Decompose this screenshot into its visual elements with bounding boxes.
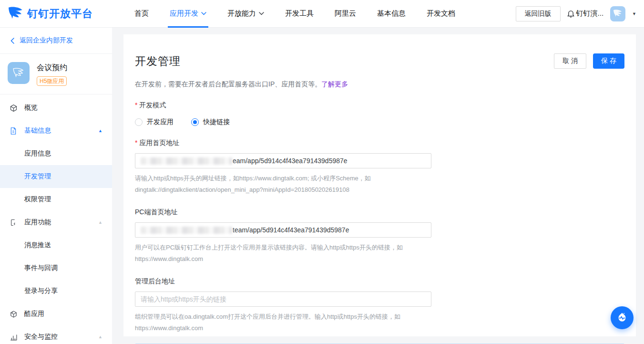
app-home-input[interactable]: eam/app/5d914c4f43ea791439d5987e	[135, 153, 431, 168]
collapse-caret-icon[interactable]: ▲	[98, 220, 102, 225]
admin-home-input[interactable]	[135, 292, 431, 307]
page-description: 在开发前，需要在开发者后台配置服务器出口IP、应用首页等。了解更多	[135, 80, 624, 89]
card-header: 开发管理 取 消 保 存	[135, 53, 624, 69]
brand-logo[interactable]: 钉钉开放平台	[8, 7, 128, 21]
org-name: 钉钉演...	[576, 9, 604, 18]
app-home-help: 请输入http或https开头的网址链接，如https://www.dingta…	[135, 173, 624, 196]
chevron-left-icon	[10, 38, 14, 44]
redacted-url-segment	[141, 227, 232, 234]
sidebar-item-app-features[interactable]: 应用功能 ▲	[0, 211, 112, 234]
assistant-float-button[interactable]	[611, 306, 634, 329]
brand-name: 钉钉开放平台	[27, 7, 93, 21]
side-menu: 概览 基础信息 ▲ 应用信息 开发管理 权限管理	[0, 94, 112, 344]
chevron-down-icon	[259, 12, 264, 15]
assistant-pulse-icon	[615, 311, 629, 324]
sidebar-item-overview[interactable]: 概览	[0, 96, 112, 119]
dingtalk-wing-icon	[8, 7, 24, 21]
account-menu-caret[interactable]: ▼	[632, 11, 636, 16]
radio-circle-icon	[191, 118, 199, 126]
cube-icon	[10, 104, 18, 112]
app-type-badge: H5微应用	[37, 76, 67, 86]
save-button[interactable]: 保 存	[593, 53, 624, 69]
back-to-old-version-button[interactable]: 返回旧版	[516, 6, 561, 21]
app-name: 会议预约	[37, 63, 67, 73]
radio-quick-link[interactable]: 快捷链接	[191, 118, 230, 126]
app-meta: 会议预约 H5微应用	[37, 62, 67, 86]
redacted-url-segment	[141, 157, 232, 165]
collapse-caret-icon[interactable]: ▲	[98, 334, 102, 339]
sidebar: 返回企业内部开发 会议预约 H5微应用 概览	[0, 28, 112, 344]
dev-mode-radio-group: 开发应用 快捷链接	[135, 118, 624, 126]
page-body: 返回企业内部开发 会议预约 H5微应用 概览	[0, 28, 644, 344]
radio-circle-icon	[135, 118, 143, 126]
admin-home-help: 组织管理员可以在oa.dingtalk.com打开这个应用后台并进行管理。输入h…	[135, 311, 624, 334]
sidebar-item-permission-management[interactable]: 权限管理	[0, 188, 112, 211]
sidebar-item-basic-info[interactable]: 基础信息 ▲	[0, 119, 112, 142]
nav-home[interactable]: 首页	[134, 0, 149, 28]
nav-basic-info[interactable]: 基本信息	[377, 0, 406, 28]
pc-home-value: team/app/5d914c4f43ea791439d5987e	[233, 226, 349, 234]
sidebar-item-login-share[interactable]: 登录与分享	[0, 280, 112, 302]
collapse-caret-icon[interactable]: ▲	[98, 128, 102, 133]
radio-develop-app[interactable]: 开发应用	[135, 118, 174, 126]
sidebar-item-security-monitoring[interactable]: 安全与监控 ▲	[0, 325, 112, 344]
bell-icon	[567, 10, 574, 18]
pc-home-help: 用户可以在PC版钉钉工作台上打开这个应用并显示该链接内容。请输入http或htt…	[135, 242, 624, 265]
cancel-button[interactable]: 取 消	[554, 53, 586, 69]
pc-home-label: PC端首页地址	[135, 208, 624, 217]
app-home-value: eam/app/5d914c4f43ea791439d5987e	[233, 157, 348, 165]
nav-app-dev[interactable]: 应用开发	[170, 0, 206, 28]
nav-dev-docs[interactable]: 开发文档	[427, 0, 455, 28]
nav-dev-tools[interactable]: 开发工具	[285, 0, 314, 28]
sidebar-item-message-push[interactable]: 消息推送	[0, 234, 112, 257]
top-bar: 钉钉开放平台 首页 应用开发 开放能力 开发工具 阿里云 基本信息 开发文档 返…	[0, 0, 644, 28]
admin-home-label: 管理后台地址	[135, 277, 624, 286]
avatar[interactable]	[610, 6, 625, 21]
back-to-internal-dev-link[interactable]: 返回企业内部开发	[0, 28, 112, 54]
top-nav: 首页 应用开发 开放能力 开发工具 阿里云 基本信息 开发文档	[134, 0, 455, 28]
sidebar-item-app-info[interactable]: 应用信息	[0, 142, 112, 165]
chevron-down-icon	[201, 12, 206, 15]
org-switcher[interactable]: 钉钉演...	[567, 9, 604, 18]
app-icon	[8, 62, 30, 84]
pc-home-input[interactable]: team/app/5d914c4f43ea791439d5987e	[135, 222, 431, 238]
sidebar-item-cool-app[interactable]: 酷应用	[0, 302, 112, 325]
page-title: 开发管理	[135, 54, 181, 69]
form-actions: 取 消 保 存	[554, 53, 624, 69]
sidebar-item-dev-management[interactable]: 开发管理	[0, 165, 112, 188]
phone-bolt-icon	[10, 219, 18, 227]
learn-more-link[interactable]: 了解更多	[321, 80, 348, 88]
sidebar-item-events-callback[interactable]: 事件与回调	[0, 257, 112, 280]
nav-open-capability[interactable]: 开放能力	[227, 0, 264, 28]
app-home-label: 应用首页地址	[135, 139, 624, 147]
bar-chart-icon	[10, 333, 18, 341]
nav-aliyun[interactable]: 阿里云	[335, 0, 356, 28]
header-right: 返回旧版 钉钉演... ▼	[516, 6, 636, 21]
dev-mode-label: 开发模式	[135, 101, 624, 110]
dev-management-card: 开发管理 取 消 保 存 在开发前，需要在开发者后台配置服务器出口IP、应用首页…	[123, 34, 636, 336]
document-icon	[10, 127, 18, 135]
main-content: 开发管理 取 消 保 存 在开发前，需要在开发者后台配置服务器出口IP、应用首页…	[112, 28, 644, 344]
cool-cube-icon	[10, 310, 18, 318]
app-card: 会议预约 H5微应用	[0, 54, 112, 94]
